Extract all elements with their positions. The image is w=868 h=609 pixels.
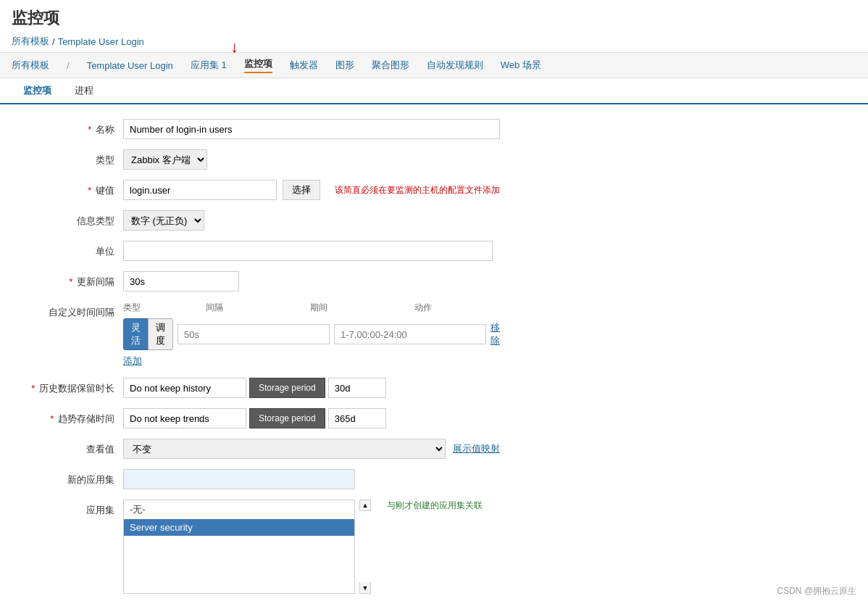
- new-app-control: [123, 469, 500, 489]
- app-list: -无- Server security: [123, 500, 355, 594]
- type-label: 类型: [29, 149, 123, 167]
- custom-time-row: 自定义时间间隔 类型 间隔 期间 动作 灵活 调度: [29, 302, 839, 368]
- type-select[interactable]: Zabbix 客户端: [123, 149, 207, 170]
- sub-tabs: 监控项 进程: [0, 78, 868, 104]
- show-value-select[interactable]: 不变: [123, 439, 446, 459]
- add-link[interactable]: 添加: [123, 355, 142, 366]
- custom-time-label: 自定义时间间隔: [29, 302, 123, 319]
- tab-monitor[interactable]: 监控项: [12, 78, 63, 104]
- remove-link[interactable]: 移除: [491, 321, 500, 347]
- breadcrumb-all-templates[interactable]: 所有模板: [12, 35, 49, 48]
- name-required-star: *: [88, 124, 91, 135]
- app-list-item-none[interactable]: -无-: [124, 500, 354, 519]
- update-interval-row: * 更新间隔: [29, 271, 839, 291]
- unit-row: 单位: [29, 241, 839, 261]
- key-input[interactable]: [123, 180, 277, 200]
- app-set-control: -无- Server security ▲ ▼ 与刚才创建的应用集关联: [123, 500, 500, 594]
- history-value-input[interactable]: [328, 378, 386, 398]
- new-app-input[interactable]: [123, 469, 355, 489]
- unit-input[interactable]: [123, 241, 493, 261]
- nav-trigger[interactable]: 触发器: [290, 59, 318, 72]
- key-required-star: *: [88, 185, 91, 196]
- info-type-label: 信息类型: [29, 210, 123, 228]
- unit-control: [123, 241, 500, 261]
- nav-auto-find[interactable]: 自动发现规则: [427, 59, 483, 72]
- key-row: * 键值 选择 该简直必须在要监测的主机的配置文件添加: [29, 180, 839, 200]
- col-type: 类型: [123, 302, 141, 314]
- history-row: * 历史数据保留时长 Storage period: [29, 378, 839, 398]
- flexible-btn[interactable]: 灵活: [123, 318, 149, 350]
- history-label: * 历史数据保留时长: [29, 378, 123, 395]
- breadcrumb-sep: /: [52, 36, 55, 47]
- nav-app-set[interactable]: 应用集 1: [191, 59, 227, 72]
- page-title: 监控项: [12, 7, 856, 29]
- info-type-row: 信息类型 数字 (无正负): [29, 210, 839, 231]
- app-set-label: 应用集: [29, 500, 123, 517]
- app-set-row: 应用集 -无- Server security ▲ ▼ 与刚才创建的应用集关联: [29, 500, 839, 594]
- key-control: 选择 该简直必须在要监测的主机的配置文件添加: [123, 180, 500, 200]
- app-list-scroll-down[interactable]: ▼: [359, 582, 371, 594]
- history-control: Storage period: [123, 378, 500, 398]
- name-row: * 名称: [29, 119, 839, 139]
- breadcrumb: 所有模板 / Template User Login: [12, 35, 856, 48]
- trend-required-star: *: [50, 413, 54, 424]
- info-type-control: 数字 (无正负): [123, 210, 500, 231]
- col-period: 期间: [310, 302, 327, 314]
- history-required-star: *: [31, 383, 35, 394]
- nav-web-scene[interactable]: Web 场景: [501, 59, 541, 72]
- name-label: * 名称: [29, 119, 123, 136]
- show-value-label: 查看值: [29, 439, 123, 456]
- trend-storage-button[interactable]: Storage period: [249, 408, 325, 428]
- update-interval-required-star: *: [69, 276, 72, 287]
- update-interval-input[interactable]: [123, 271, 239, 291]
- show-value-map-link[interactable]: 展示值映射: [453, 442, 500, 455]
- nav-agg-graph[interactable]: 聚合图形: [372, 59, 409, 72]
- trend-row: * 趋势存储时间 Storage period: [29, 408, 839, 428]
- trend-control: Storage period: [123, 408, 500, 428]
- key-note: 该简直必须在要监测的主机的配置文件添加: [335, 184, 500, 196]
- nav-template-user-login[interactable]: Template User Login: [87, 60, 173, 71]
- col-action: 动作: [414, 302, 432, 314]
- type-row: 类型 Zabbix 客户端: [29, 149, 839, 170]
- trend-label: * 趋势存储时间: [29, 408, 123, 426]
- period-input[interactable]: [334, 324, 486, 344]
- show-value-control: 不变 展示值映射: [123, 439, 500, 459]
- show-value-row: 查看值 不变 展示值映射: [29, 439, 839, 459]
- app-list-scroll-up[interactable]: ▲: [359, 500, 371, 511]
- update-interval-control: [123, 271, 500, 291]
- nav-graph[interactable]: 图形: [335, 59, 354, 72]
- history-no-keep-input[interactable]: [123, 378, 246, 398]
- trend-no-keep-input[interactable]: [123, 408, 246, 428]
- trend-value-input[interactable]: [328, 408, 386, 428]
- new-app-row: 新的应用集: [29, 469, 839, 489]
- history-storage-button[interactable]: Storage period: [249, 378, 325, 398]
- app-set-note: 与刚才创建的应用集关联: [387, 500, 483, 512]
- breadcrumb-template[interactable]: Template User Login: [58, 36, 144, 47]
- watermark: CSDN @拥抱云原生: [777, 585, 856, 597]
- new-app-label: 新的应用集: [29, 469, 123, 486]
- nav-monitor[interactable]: 监控项: [244, 57, 272, 73]
- red-arrow-annotation: ↓: [230, 39, 238, 55]
- app-list-item-server-security[interactable]: Server security: [124, 519, 354, 536]
- key-select-button[interactable]: 选择: [283, 180, 320, 200]
- schedule-btn[interactable]: 调度: [148, 318, 173, 350]
- name-input[interactable]: [123, 119, 500, 139]
- unit-label: 单位: [29, 241, 123, 258]
- custom-time-control: 类型 间隔 期间 动作 灵活 调度 移除: [123, 302, 500, 368]
- interval-input[interactable]: [178, 324, 330, 344]
- nav-all-templates[interactable]: 所有模板: [12, 59, 49, 72]
- top-nav: 所有模板 / Template User Login 应用集 1 监控项 触发器…: [0, 53, 868, 78]
- tab-process[interactable]: 进程: [63, 78, 105, 103]
- info-type-select[interactable]: 数字 (无正负): [123, 210, 204, 231]
- update-interval-label: * 更新间隔: [29, 271, 123, 289]
- type-control: Zabbix 客户端: [123, 149, 500, 170]
- form-content: * 名称 类型 Zabbix 客户端 * 键值: [0, 104, 868, 609]
- col-interval: 间隔: [206, 302, 223, 314]
- name-control: [123, 119, 500, 139]
- key-label: * 键值: [29, 180, 123, 197]
